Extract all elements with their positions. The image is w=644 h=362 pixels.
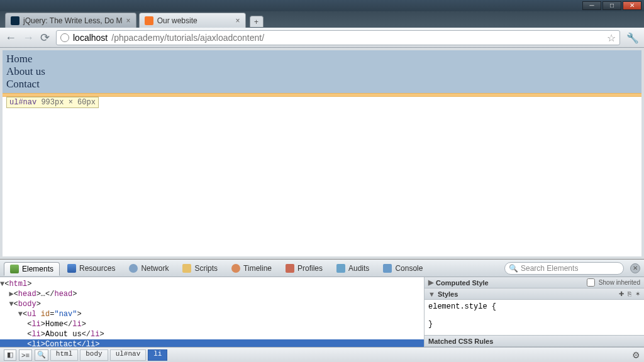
tooltip-dimensions: 993px × 60px xyxy=(41,98,95,107)
style-open: element.style { xyxy=(428,302,640,311)
window-titlebar: ─ □ ✕ xyxy=(0,0,644,11)
tab-label: Elements xyxy=(22,265,53,273)
console-toggle-button[interactable]: >≡ xyxy=(19,349,32,361)
scripts-icon xyxy=(182,264,191,273)
reload-button[interactable]: ⟳ xyxy=(40,32,50,43)
nav-list: Home About us Contact xyxy=(3,50,641,93)
chevron-right-icon: ▶ xyxy=(428,278,433,287)
inspect-tooltip: ul#nav 993px × 60px xyxy=(6,97,99,108)
tab-label: Resources xyxy=(79,264,115,273)
tab-label: Console xyxy=(395,264,423,273)
devtools-tab-console[interactable]: Console xyxy=(377,261,429,275)
section-label: Styles xyxy=(438,290,458,298)
nav-item-home[interactable]: Home xyxy=(5,53,640,65)
dom-node-selected[interactable]: <li>Contact</li> xyxy=(0,339,424,347)
favicon-icon xyxy=(11,16,19,25)
breadcrumb-body[interactable]: body xyxy=(80,349,108,361)
computed-style-header[interactable]: ▶ Computed Style Show inherited xyxy=(425,277,644,288)
nav-item-about[interactable]: About us xyxy=(5,65,640,78)
tab-label: Profiles xyxy=(297,264,323,273)
chevron-down-icon: ▼ xyxy=(428,290,435,298)
url-path: /phpacademy/tutorials/ajaxloadcontent/ xyxy=(111,33,264,43)
dom-text: Contact xyxy=(45,340,77,347)
search-icon: 🔍 xyxy=(509,264,518,273)
tab-label: jQuery: The Write Less, Do M xyxy=(23,16,123,25)
window-maximize[interactable]: □ xyxy=(602,1,621,10)
console-icon xyxy=(383,264,392,273)
tab-label: Timeline xyxy=(243,264,272,273)
devtools-tabbar: Elements Resources Network Scripts Timel… xyxy=(0,260,644,277)
search-placeholder: Search Elements xyxy=(521,264,578,273)
devtools-close-icon[interactable]: ✕ xyxy=(630,263,640,273)
section-label: Computed Style xyxy=(436,279,489,287)
tooltip-selector: ul#nav xyxy=(9,98,36,107)
add-style-icon[interactable]: ✚ xyxy=(619,290,624,297)
styles-header[interactable]: ▼ Styles ✚ ⎘ ✶ xyxy=(425,288,644,300)
dock-button[interactable]: ◧ xyxy=(4,349,16,361)
devtools-tab-audits[interactable]: Audits xyxy=(330,261,375,275)
devtools-tab-timeline[interactable]: Timeline xyxy=(225,261,278,275)
section-label: Matched CSS Rules xyxy=(428,337,493,345)
checkbox-label: Show inherited xyxy=(599,279,640,286)
timeline-icon xyxy=(231,264,240,273)
globe-icon xyxy=(60,33,69,42)
gear-icon[interactable]: ✶ xyxy=(635,290,640,297)
browser-tab[interactable]: Our website × xyxy=(139,13,246,28)
breadcrumb-html[interactable]: html xyxy=(50,349,78,361)
network-icon xyxy=(129,264,138,273)
dom-text: Home xyxy=(45,320,64,329)
devtools-tab-resources[interactable]: Resources xyxy=(61,261,121,275)
devtools-tab-scripts[interactable]: Scripts xyxy=(176,261,224,275)
url-host: localhost xyxy=(73,33,108,43)
new-tab-button[interactable]: + xyxy=(250,16,264,27)
profiles-icon xyxy=(286,264,294,273)
omnibox[interactable]: localhost/phpacademy/tutorials/ajaxloadc… xyxy=(56,30,620,45)
devtools-tab-elements[interactable]: Elements xyxy=(4,262,60,276)
tab-close-icon[interactable]: × xyxy=(236,16,240,25)
forward-button[interactable]: → xyxy=(23,32,34,43)
settings-icon[interactable]: 🔧 xyxy=(626,32,639,44)
dom-text: About us xyxy=(45,330,82,339)
window-close[interactable]: ✕ xyxy=(623,1,641,10)
devtools: Elements Resources Network Scripts Timel… xyxy=(0,259,644,362)
devtools-tab-network[interactable]: Network xyxy=(123,261,175,275)
address-bar: ← → ⟳ localhost/phpacademy/tutorials/aja… xyxy=(0,28,644,48)
page-content: Home About us Contact ul#nav 993px × 60p… xyxy=(3,50,641,256)
show-inherited-checkbox[interactable] xyxy=(587,278,595,287)
breadcrumb-li[interactable]: li xyxy=(148,349,167,361)
browser-tabstrip: jQuery: The Write Less, Do M × Our websi… xyxy=(0,11,644,28)
dom-tree[interactable]: ▼<html> ▶<head>…</head> ▼<body> ▼<ul id=… xyxy=(0,277,425,347)
style-close: } xyxy=(428,320,640,329)
tab-label: Audits xyxy=(348,264,369,273)
window-minimize[interactable]: ─ xyxy=(582,1,601,10)
tab-label: Network xyxy=(141,264,169,273)
devtools-search[interactable]: 🔍 Search Elements xyxy=(504,262,624,275)
tab-label: Our website xyxy=(157,16,197,25)
tab-close-icon[interactable]: × xyxy=(126,16,131,25)
resources-icon xyxy=(67,264,76,273)
devtools-tab-profiles[interactable]: Profiles xyxy=(279,261,329,275)
styles-panel: ▶ Computed Style Show inherited ▼ Styles… xyxy=(425,277,644,347)
favicon-icon xyxy=(145,16,153,25)
devtools-body: ▼<html> ▶<head>…</head> ▼<body> ▼<ul id=… xyxy=(0,277,644,347)
bookmark-icon[interactable]: ☆ xyxy=(607,32,616,44)
nav-item-contact[interactable]: Contact xyxy=(5,78,640,90)
audits-icon xyxy=(336,264,345,273)
tab-label: Scripts xyxy=(194,264,218,273)
toggle-state-icon[interactable]: ⎘ xyxy=(628,290,631,297)
inspect-button[interactable]: 🔍 xyxy=(35,349,48,361)
element-style-block[interactable]: element.style { } xyxy=(425,300,644,336)
browser-tab[interactable]: jQuery: The Write Less, Do M × xyxy=(5,13,136,28)
matched-rules-header[interactable]: Matched CSS Rules xyxy=(425,336,644,347)
breadcrumb-ulnav[interactable]: ul#nav xyxy=(110,349,147,361)
elements-icon xyxy=(10,265,19,273)
settings-gear-icon[interactable]: ⚙ xyxy=(632,350,640,360)
back-button[interactable]: ← xyxy=(5,32,16,43)
devtools-statusbar: ◧ >≡ 🔍 html body ul#nav li ⚙ xyxy=(0,347,644,362)
page-viewport: Home About us Contact ul#nav 993px × 60p… xyxy=(0,48,644,259)
